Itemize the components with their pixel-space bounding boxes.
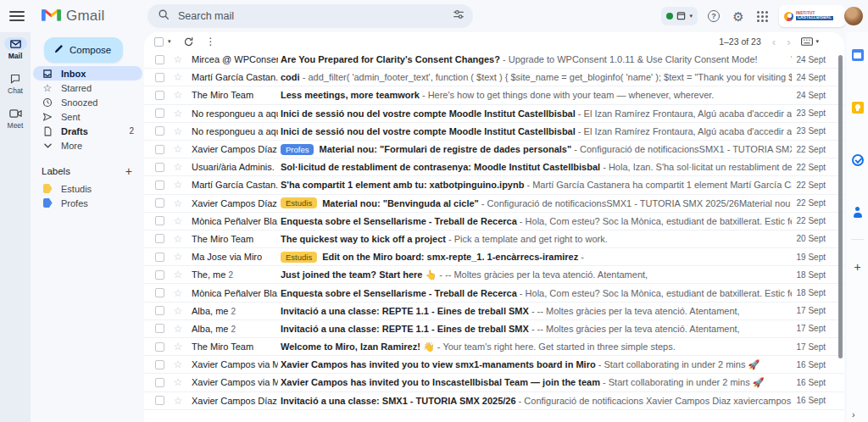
- status-selector[interactable]: ▾: [661, 7, 698, 25]
- star-icon[interactable]: ☆: [172, 108, 184, 119]
- rail-item-chat[interactable]: Chat: [4, 72, 27, 95]
- email-content: Just joined the team? Start here 👆 - -- …: [281, 269, 792, 280]
- star-icon[interactable]: ☆: [172, 341, 184, 352]
- hamburger-menu-icon[interactable]: [9, 11, 25, 21]
- chat-bubble-icon: [4, 72, 27, 85]
- email-checkbox[interactable]: [155, 145, 164, 154]
- email-row[interactable]: ☆ The Miro Team Less meetings, more team…: [144, 86, 844, 104]
- sidebar-label-estudis[interactable]: Estudis: [33, 181, 142, 196]
- email-row[interactable]: ☆ The Miro Team The quickest way to kick…: [144, 230, 844, 248]
- sidebar-label-profes[interactable]: Profes: [33, 196, 142, 210]
- rail-item-mail[interactable]: Mail: [4, 37, 27, 60]
- contacts-icon[interactable]: [850, 205, 865, 219]
- star-icon[interactable]: ☆: [172, 198, 184, 208]
- email-checkbox[interactable]: [155, 253, 164, 262]
- inbox-icon: [42, 69, 53, 79]
- sidebar-item-drafts[interactable]: Drafts 2: [33, 124, 142, 138]
- email-row[interactable]: ☆ Mònica Peñalver Bla. Enquesta sobre el…: [144, 213, 844, 230]
- email-checkbox[interactable]: [155, 216, 164, 225]
- email-row[interactable]: ☆ Usuari/ària Adminis. Sol·licitud de re…: [144, 158, 844, 176]
- tasks-icon[interactable]: [850, 153, 865, 167]
- email-checkbox[interactable]: [155, 342, 164, 352]
- help-icon[interactable]: ?: [705, 8, 722, 25]
- star-icon[interactable]: ☆: [172, 288, 184, 298]
- email-checkbox[interactable]: [155, 73, 164, 82]
- prev-page-icon[interactable]: ‹: [772, 36, 776, 47]
- input-tools-icon[interactable]: ▾: [801, 37, 819, 46]
- email-checkbox[interactable]: [155, 360, 164, 369]
- email-row[interactable]: ☆ The Miro Team Welcome to Miro, Izan Ra…: [144, 338, 844, 356]
- sidebar-item-sent[interactable]: Sent: [33, 109, 142, 124]
- star-icon[interactable]: ☆: [172, 90, 184, 100]
- email-row[interactable]: ☆ Mircea @ WPConsent Are You Prepared fo…: [144, 51, 844, 69]
- apps-grid-icon[interactable]: [754, 8, 771, 25]
- sidebar-item-starred[interactable]: ☆ Starred: [33, 81, 142, 95]
- collapse-panel-icon[interactable]: ›: [852, 409, 855, 419]
- email-row[interactable]: ☆ Xavier Campos Díaz . Estudis Material …: [144, 195, 844, 213]
- email-checkbox[interactable]: [155, 396, 164, 405]
- search-icon[interactable]: [158, 8, 170, 24]
- sidebar-item-snoozed[interactable]: Snoozed: [33, 95, 142, 109]
- email-checkbox[interactable]: [155, 108, 164, 118]
- more-vert-icon[interactable]: ⋮: [206, 36, 216, 47]
- star-icon[interactable]: ☆: [172, 324, 184, 334]
- select-dropdown-icon[interactable]: ▾: [168, 38, 171, 45]
- calendar-icon[interactable]: [850, 47, 865, 62]
- search-bar[interactable]: [147, 4, 473, 28]
- star-icon[interactable]: ☆: [172, 72, 184, 82]
- star-icon[interactable]: ☆: [172, 126, 184, 136]
- refresh-icon[interactable]: [183, 36, 194, 47]
- email-checkbox[interactable]: [155, 288, 164, 297]
- star-icon[interactable]: ☆: [172, 377, 184, 387]
- email-checkbox[interactable]: [155, 91, 164, 100]
- star-icon[interactable]: ☆: [172, 54, 184, 64]
- email-row[interactable]: ☆ Mònica Peñalver Bla. Enquesta sobre el…: [144, 284, 844, 302]
- select-all-checkbox[interactable]: [154, 37, 164, 47]
- email-row[interactable]: ☆ Xavier Campos via M. Xavier Campos has…: [144, 356, 844, 374]
- star-icon[interactable]: ☆: [172, 396, 184, 406]
- star-icon[interactable]: ☆: [172, 252, 184, 262]
- rail-item-meet[interactable]: Meet: [4, 107, 27, 130]
- email-checkbox[interactable]: [155, 55, 164, 64]
- sidebar-item-more[interactable]: More: [33, 138, 142, 153]
- email-checkbox[interactable]: [155, 270, 164, 280]
- add-icon[interactable]: +: [850, 259, 865, 274]
- star-icon[interactable]: ☆: [172, 306, 184, 316]
- email-row[interactable]: ☆ No respongueu a aqu. Inici de sessió n…: [144, 105, 844, 123]
- email-row[interactable]: ☆ Xavier Campos Díaz . Profes Material n…: [144, 141, 844, 158]
- email-row[interactable]: ☆ Ma Jose via Miro Estudis Edit on the M…: [144, 248, 844, 266]
- star-icon[interactable]: ☆: [172, 180, 184, 190]
- add-label-icon[interactable]: +: [125, 164, 142, 178]
- email-checkbox[interactable]: [155, 306, 164, 315]
- email-checkbox[interactable]: [155, 234, 164, 243]
- sidebar-item-inbox[interactable]: Inbox: [33, 66, 142, 81]
- star-icon[interactable]: ☆: [172, 162, 184, 172]
- email-row[interactable]: ☆ Xavier Campos Díaz . Invitació a una c…: [144, 392, 844, 410]
- email-checkbox[interactable]: [155, 180, 164, 190]
- email-checkbox[interactable]: [155, 126, 164, 136]
- email-row[interactable]: ☆ Alba, me 2 Invitació a una classe: REP…: [144, 320, 844, 338]
- email-row[interactable]: ☆ Martí García Castan. codi - add_filter…: [144, 69, 844, 86]
- star-icon[interactable]: ☆: [172, 234, 184, 244]
- compose-button[interactable]: Compose: [44, 37, 123, 63]
- avatar[interactable]: [843, 5, 865, 27]
- email-checkbox[interactable]: [155, 324, 164, 333]
- email-row[interactable]: ☆ Xavier Campos via M. Xavier Campos has…: [144, 374, 844, 391]
- email-checkbox[interactable]: [155, 163, 164, 172]
- search-input[interactable]: [176, 9, 453, 23]
- list-scrollbar[interactable]: [838, 55, 843, 358]
- email-row[interactable]: ☆ Martí García Castan. S'ha compartit 1 …: [144, 176, 844, 194]
- keep-icon[interactable]: [850, 100, 865, 114]
- star-icon[interactable]: ☆: [172, 269, 184, 280]
- tune-icon[interactable]: [453, 8, 465, 24]
- email-checkbox[interactable]: [155, 198, 164, 208]
- email-row[interactable]: ☆ The, me 2 Just joined the team? Start …: [144, 266, 844, 284]
- star-icon[interactable]: ☆: [172, 144, 184, 154]
- star-icon[interactable]: ☆: [172, 216, 184, 226]
- email-row[interactable]: ☆ Alba, me 2 Invitació a una classe: REP…: [144, 303, 844, 320]
- star-icon[interactable]: ☆: [172, 359, 184, 369]
- email-row[interactable]: ☆ No respongueu a aqu. Inici de sessió n…: [144, 123, 844, 141]
- settings-gear-icon[interactable]: ⚙: [730, 8, 747, 25]
- next-page-icon[interactable]: ›: [787, 36, 790, 47]
- email-checkbox[interactable]: [155, 378, 164, 387]
